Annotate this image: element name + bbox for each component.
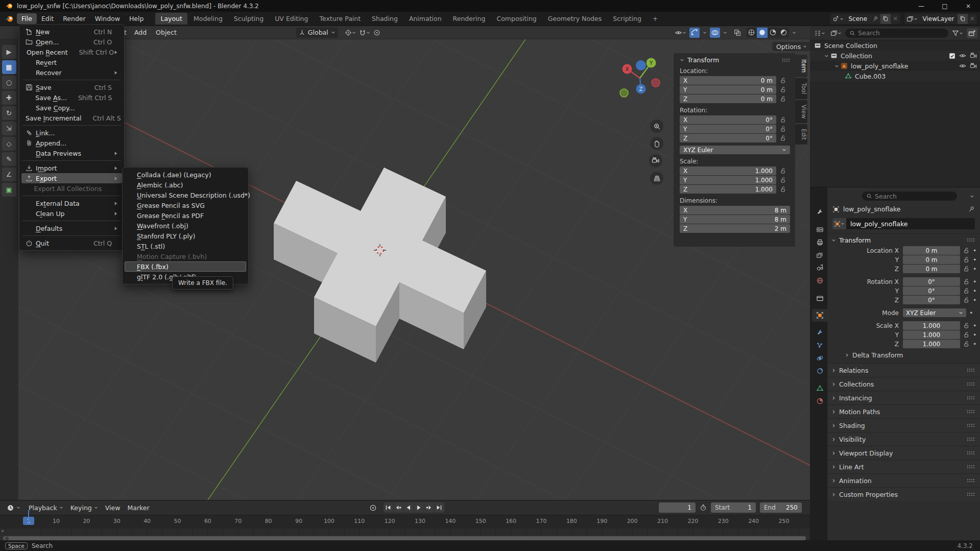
properties-tab-render[interactable] <box>812 223 827 236</box>
properties-tab-output[interactable] <box>812 236 827 249</box>
workspace-tab-sculpting[interactable]: Sculpting <box>229 13 269 25</box>
npanel-field-scale-y[interactable]: Y1.000 <box>680 176 790 184</box>
select-box-tool[interactable]: ▦ <box>2 60 16 74</box>
navigation-gizmo[interactable]: X Y Z <box>615 54 672 189</box>
properties-search-input[interactable]: Search <box>862 191 957 201</box>
workspace-tab-geometry-nodes[interactable]: Geometry Nodes <box>543 13 607 25</box>
playhead[interactable] <box>28 510 29 524</box>
properties-tab-world[interactable] <box>812 274 827 287</box>
frame-end-field[interactable]: End250 <box>760 502 802 513</box>
editor-type-dropdown[interactable] <box>3 502 24 513</box>
npanel-field-rotation-y[interactable]: Y0° <box>680 125 790 133</box>
panel-grip-icon[interactable] <box>967 437 975 441</box>
lock-open-icon[interactable] <box>776 186 790 193</box>
outliner-row-cube-003[interactable]: Cube.003 <box>810 71 980 81</box>
menu-item-defaults[interactable]: Defaults <box>21 223 122 233</box>
sidebar-tab-tool[interactable]: Tool <box>795 78 807 99</box>
jump-start-button[interactable] <box>384 502 394 513</box>
npanel-field-scale-x[interactable]: X1.000 <box>680 166 790 175</box>
npanel-field-dimensions-y[interactable]: Y8 m <box>680 215 790 224</box>
gizmos-toggle[interactable] <box>689 28 700 38</box>
menu-item-clean-up[interactable]: Clean Up <box>21 208 122 219</box>
submenu-item-collada-dae-legacy[interactable]: Collada (.dae) (Legacy) <box>125 170 246 180</box>
cursor-3d-tool[interactable]: ○ <box>2 76 16 89</box>
gizmos-dropdown[interactable] <box>701 28 708 38</box>
submenu-item-stl-stl[interactable]: STL (.stl) <box>125 241 246 251</box>
panel-instancing[interactable]: Instancing <box>827 391 980 404</box>
transform-panel-header[interactable]: Transform <box>680 56 790 64</box>
chevron-down-icon[interactable] <box>824 54 829 58</box>
sidebar-tab-item[interactable]: Item <box>795 55 807 77</box>
workspace-tab-modeling[interactable]: Modeling <box>188 13 228 25</box>
play-reverse-button[interactable] <box>404 502 414 513</box>
scene-name[interactable]: Scene <box>846 15 871 22</box>
timeline-menu-view[interactable]: View <box>102 502 124 513</box>
panel-grip-icon[interactable] <box>782 58 790 62</box>
transform-tool[interactable]: ◇ <box>2 137 16 151</box>
menu-item-quit[interactable]: QuitCtrl Q <box>21 238 122 248</box>
camera-view-button[interactable] <box>649 154 662 167</box>
pivot-point-dropdown[interactable] <box>343 28 357 38</box>
chevron-down-icon[interactable] <box>834 64 839 68</box>
overlays-dropdown[interactable] <box>722 28 729 38</box>
lock-open-icon[interactable] <box>963 297 970 303</box>
viewlayer-name[interactable]: ViewLayer <box>920 15 958 22</box>
camera-icon[interactable] <box>970 52 977 59</box>
properties-tab-constraints[interactable] <box>812 365 827 377</box>
workspace-tab-rendering[interactable]: Rendering <box>448 13 491 25</box>
submenu-item-grease-pencil-as-pdf[interactable]: Grease Pencil as PDF <box>125 210 246 221</box>
lock-open-icon[interactable] <box>776 95 790 102</box>
animate-dot-icon[interactable]: • <box>973 340 976 348</box>
rotation-mode-dropdown[interactable]: XYZ Euler <box>680 146 790 154</box>
properties-tab-collection[interactable] <box>812 292 827 304</box>
prop-row-z[interactable]: Z0°• <box>827 296 980 304</box>
npanel-field-dimensions-z[interactable]: Z2 m <box>680 224 790 233</box>
snap-magnet-toggle[interactable] <box>357 28 372 38</box>
shading-rendered-button[interactable] <box>778 28 789 38</box>
npanel-field-location-x[interactable]: X0 m <box>680 76 790 85</box>
delta-transform-subpanel[interactable]: Delta Transform <box>827 349 980 361</box>
rotate-tool[interactable]: ↻ <box>2 106 16 120</box>
animate-dot-icon[interactable]: • <box>973 256 976 263</box>
panel-grip-icon[interactable] <box>967 492 975 496</box>
animate-dot-icon[interactable]: • <box>973 265 976 273</box>
display-mode-dropdown[interactable] <box>812 28 827 38</box>
pin-id-icon[interactable] <box>968 206 975 212</box>
lock-open-icon[interactable] <box>963 266 970 272</box>
animate-dot-icon[interactable]: • <box>973 278 976 285</box>
panel-collections[interactable]: Collections <box>827 377 980 391</box>
npanel-field-scale-z[interactable]: Z1.000 <box>680 185 790 194</box>
measure-tool[interactable]: ∠ <box>2 167 16 181</box>
properties-tab-modifiers[interactable] <box>812 326 827 339</box>
blender-app-icon[interactable] <box>4 15 14 22</box>
lock-open-icon[interactable] <box>776 77 790 84</box>
panel-grip-icon[interactable] <box>967 451 975 455</box>
animate-dot-icon[interactable]: • <box>973 296 976 304</box>
menu-item-recover[interactable]: Recover <box>21 67 122 78</box>
sidebar-tab-edit[interactable]: Edit <box>795 124 807 145</box>
add-workspace-button[interactable]: + <box>648 13 663 25</box>
current-frame-field[interactable]: 1 <box>659 502 696 513</box>
cursor-tool[interactable]: ▶ <box>2 45 16 59</box>
scene-browse-icon[interactable] <box>830 14 846 24</box>
properties-tab-scene[interactable] <box>812 261 827 274</box>
transform-orientation-dropdown[interactable]: Global <box>296 28 338 38</box>
lock-open-icon[interactable] <box>963 278 970 285</box>
lock-open-icon[interactable] <box>776 177 790 183</box>
next-key-button[interactable] <box>424 502 435 513</box>
properties-transform-header[interactable]: Transform <box>827 234 980 246</box>
lock-open-icon[interactable] <box>963 288 970 294</box>
proportional-edit-toggle[interactable] <box>372 28 382 38</box>
add-menu[interactable]: Add <box>130 27 151 38</box>
panel-viewport-display[interactable]: Viewport Display <box>827 446 980 460</box>
lock-open-icon[interactable] <box>963 256 970 263</box>
submenu-item-wavefront-obj[interactable]: Wavefront (.obj) <box>125 221 246 231</box>
menu-item-link[interactable]: Link... <box>21 128 122 138</box>
workspace-tab-animation[interactable]: Animation <box>404 13 447 25</box>
new-scene-icon[interactable] <box>880 14 891 24</box>
panel-line-art[interactable]: Line Art <box>827 460 980 473</box>
lock-open-icon[interactable] <box>963 322 970 329</box>
auto-keying-toggle[interactable] <box>368 502 378 513</box>
submenu-item-grease-pencil-as-svg[interactable]: Grease Pencil as SVG <box>125 200 246 210</box>
panel-visibility[interactable]: Visibility <box>827 432 980 446</box>
